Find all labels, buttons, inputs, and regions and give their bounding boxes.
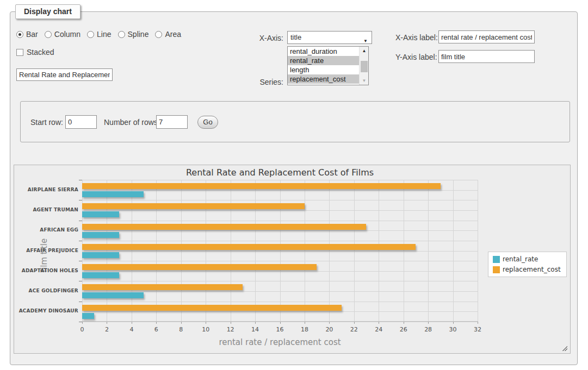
series-option-replacement_cost[interactable]: replacement_cost: [288, 74, 368, 84]
x-tick-label: 20: [325, 326, 333, 333]
chart-type-option-spline[interactable]: Spline: [118, 30, 149, 39]
x-tick-label: 22: [350, 326, 358, 333]
x-tick-label: 14: [251, 326, 259, 333]
x-axis-label-caption: X-Axis label:: [395, 33, 438, 42]
chart-legend[interactable]: rental_ratereplacement_cost: [488, 252, 567, 277]
scrollbar-down-icon[interactable]: ▼: [360, 77, 369, 85]
legend-item-rental_rate[interactable]: rental_rate: [493, 255, 561, 263]
y-axis-tick: [79, 281, 82, 281]
legend-item-replacement_cost[interactable]: replacement_cost: [493, 266, 561, 273]
fieldset-legend: Display chart: [15, 4, 81, 19]
x-tick-label: 4: [129, 326, 133, 333]
v-gridline: [329, 180, 330, 322]
chart-type-option-line[interactable]: Line: [87, 30, 111, 39]
chart-title-input[interactable]: [16, 68, 113, 81]
legend-label: rental_rate: [503, 255, 538, 263]
x-tick-label: 16: [276, 326, 284, 333]
radio-label: Area: [165, 30, 181, 39]
chart-type-option-column[interactable]: Column: [45, 30, 81, 39]
x-tick-label: 10: [202, 326, 209, 333]
radio-button-bar[interactable]: [16, 31, 23, 38]
x-tick-label: 32: [474, 326, 481, 333]
category-label: AFRICAN EGG: [14, 227, 78, 233]
x-axis-tick: [107, 322, 107, 324]
category-label: ACE GOLDFINGER: [14, 288, 78, 293]
y-axis-tick: [79, 200, 82, 200]
bar-rental_rate[interactable]: [82, 313, 94, 319]
y-axis-label-input[interactable]: [438, 50, 535, 63]
app-window: Display chart BarColumnLineSplineArea St…: [0, 0, 588, 370]
y-axis-tick: [79, 302, 82, 302]
x-axis-tick: [379, 322, 379, 324]
bar-rental_rate[interactable]: [82, 232, 119, 238]
chart-container: Rental Rate and Replacement Cost of Film…: [14, 165, 571, 354]
y-axis-tick: [79, 322, 82, 322]
x-axis-select[interactable]: title ▼: [287, 31, 372, 44]
bar-replacement_cost[interactable]: [82, 244, 416, 250]
bar-rental_rate[interactable]: [82, 292, 144, 298]
x-tick-label: 12: [227, 326, 234, 333]
v-gridline: [478, 180, 478, 322]
x-axis-tick: [354, 322, 355, 324]
v-gridline: [379, 180, 379, 322]
row-controls: Start row: Number of rows: Go: [21, 115, 570, 129]
x-axis-tick: [453, 322, 454, 324]
stacked-label: Stacked: [27, 48, 54, 57]
legend-swatch-rental_rate: [493, 256, 500, 263]
radio-button-column[interactable]: [45, 31, 52, 38]
stacked-checkbox[interactable]: [16, 49, 23, 56]
series-scrollbar[interactable]: ▲ ▼: [359, 47, 368, 85]
category-label: ADAPTATION HOLES: [14, 268, 78, 273]
y-axis-tick: [79, 221, 82, 221]
legend-swatch-replacement_cost: [493, 266, 500, 273]
chart-type-option-bar[interactable]: Bar: [16, 30, 38, 39]
x-tick-label: 28: [424, 326, 432, 333]
chart-type-option-area[interactable]: Area: [155, 30, 181, 39]
chart-title: Rental Rate and Replacement Cost of Film…: [82, 167, 478, 178]
bar-replacement_cost[interactable]: [82, 183, 441, 189]
plot-area: [82, 180, 478, 322]
x-axis-label-input[interactable]: [438, 30, 535, 43]
x-tick-label: 8: [179, 326, 183, 333]
start-row-label: Start row:: [30, 118, 63, 127]
x-axis-tick: [181, 322, 182, 324]
x-axis-tick: [305, 322, 305, 324]
radio-label: Bar: [26, 30, 38, 39]
dropdown-arrow-icon: ▼: [363, 35, 368, 47]
x-axis-tick: [206, 322, 206, 324]
v-gridline: [404, 180, 404, 322]
bar-rental_rate[interactable]: [82, 211, 119, 217]
radio-button-line[interactable]: [87, 31, 94, 38]
bar-replacement_cost[interactable]: [82, 203, 305, 209]
category-label: AGENT TRUMAN: [14, 207, 78, 212]
resize-handle-icon[interactable]: [561, 345, 567, 351]
bar-rental_rate[interactable]: [82, 272, 119, 278]
v-gridline: [255, 180, 256, 322]
bar-rental_rate[interactable]: [82, 252, 119, 258]
go-button[interactable]: Go: [197, 116, 218, 129]
x-tick-label: 2: [105, 326, 109, 333]
v-gridline: [156, 180, 157, 322]
num-rows-input[interactable]: [156, 115, 188, 129]
scrollbar-up-icon[interactable]: ▲: [360, 47, 369, 55]
bar-replacement_cost[interactable]: [82, 284, 243, 290]
x-tick-label: 26: [400, 326, 407, 333]
bar-replacement_cost[interactable]: [82, 264, 317, 270]
x-axis-selected-value: title: [290, 33, 301, 41]
radio-button-spline[interactable]: [118, 31, 125, 38]
v-gridline: [132, 180, 132, 322]
scrollbar-thumb[interactable]: [361, 61, 368, 72]
series-option-rental_duration[interactable]: rental_duration: [288, 47, 368, 56]
series-option-length[interactable]: length: [288, 65, 368, 74]
series-option-rental_rate[interactable]: rental_rate: [288, 56, 368, 65]
x-axis-tick: [156, 322, 157, 324]
radio-button-area[interactable]: [155, 31, 162, 38]
bar-replacement_cost[interactable]: [82, 224, 366, 230]
radio-label: Spline: [128, 30, 149, 39]
bar-replacement_cost[interactable]: [82, 305, 342, 311]
stacked-checkbox-row[interactable]: Stacked: [16, 48, 54, 57]
v-gridline: [354, 180, 355, 322]
series-listbox[interactable]: rental_durationrental_ratelengthreplacem…: [287, 46, 369, 85]
start-row-input[interactable]: [65, 115, 97, 129]
bar-rental_rate[interactable]: [82, 191, 144, 197]
